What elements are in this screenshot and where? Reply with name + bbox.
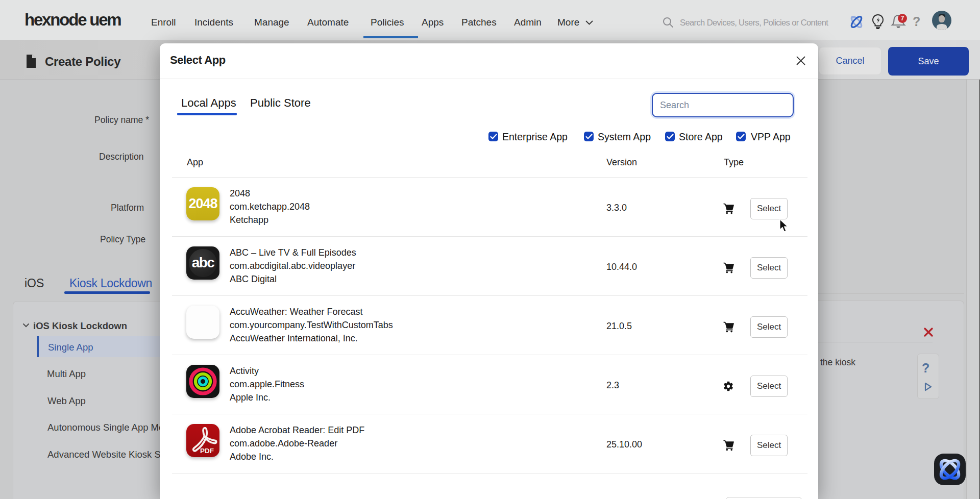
svg-text:PDF: PDF xyxy=(200,447,214,455)
